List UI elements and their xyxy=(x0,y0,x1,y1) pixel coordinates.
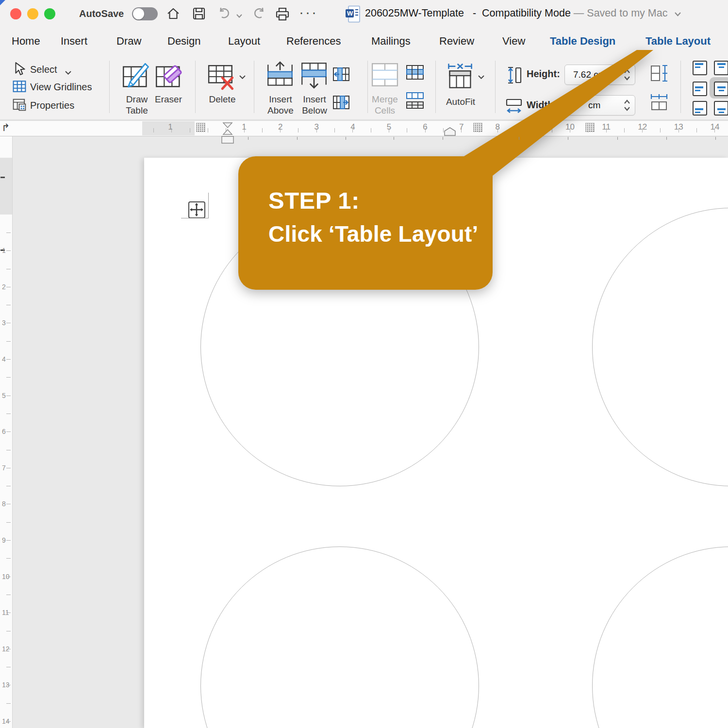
align-center-button[interactable] xyxy=(714,82,728,96)
ruler-number: 5 xyxy=(2,392,6,399)
height-field[interactable]: 7.62 cm xyxy=(564,65,635,85)
divider xyxy=(495,61,496,113)
right-indent-marker[interactable] xyxy=(443,127,457,138)
merge-cells-icon xyxy=(371,62,399,89)
autofit-button-label[interactable]: AutoFit xyxy=(439,96,482,107)
table-column-marker[interactable] xyxy=(196,123,205,132)
ruler-number: 4 xyxy=(2,355,6,363)
title-bar: AutoSave ··· W 206025MW-Template - Compa… xyxy=(0,0,728,28)
print-icon[interactable] xyxy=(275,7,290,23)
divider xyxy=(109,61,110,113)
horizontal-ruler[interactable]: 1 123456781011121314 xyxy=(0,120,728,136)
tab-table-layout[interactable]: Table Layout xyxy=(645,35,711,48)
width-stepper[interactable] xyxy=(623,98,631,113)
gridline-tick xyxy=(394,137,394,140)
table-move-handle[interactable] xyxy=(188,201,205,218)
more-commands-button[interactable]: ··· xyxy=(299,4,318,20)
left-indent-marker[interactable] xyxy=(221,135,234,146)
ruler-ticks xyxy=(6,232,11,728)
ruler-number: 11 xyxy=(602,122,611,132)
view-gridlines-button[interactable]: View Gridlines xyxy=(30,82,92,93)
tab-references[interactable]: References xyxy=(286,35,341,48)
draw-table-icon[interactable] xyxy=(121,62,151,94)
doc-name: 206025MW-Template xyxy=(365,7,464,19)
autofit-chevron-down-icon[interactable] xyxy=(478,73,485,82)
redo-icon[interactable] xyxy=(252,7,266,22)
insert-above-icon[interactable] xyxy=(264,61,296,93)
home-icon[interactable] xyxy=(166,7,180,22)
tab-mailings[interactable]: Mailings xyxy=(371,35,411,48)
ruler-number: 10 xyxy=(2,573,10,580)
select-chevron-down-icon[interactable] xyxy=(65,68,72,77)
distribute-rows-icon[interactable] xyxy=(649,64,669,85)
tab-insert[interactable]: Insert xyxy=(61,35,87,48)
insert-below-icon[interactable] xyxy=(298,61,330,93)
tab-stop-selector-icon[interactable]: ↱ xyxy=(1,122,10,133)
undo-chevron-icon[interactable] xyxy=(236,12,243,20)
width-field[interactable]: cm xyxy=(564,95,635,116)
close-window-button[interactable] xyxy=(10,8,21,19)
align-top-left-button[interactable] xyxy=(693,61,707,75)
ruler-number: 3 xyxy=(314,122,319,132)
gridline-tick xyxy=(715,137,716,140)
gridline-tick xyxy=(666,137,667,140)
callout-step-title: STEP 1: xyxy=(268,187,360,214)
tab-table-design[interactable]: Table Design xyxy=(550,35,615,48)
merge-cells-button-label: MergeCells xyxy=(363,94,407,116)
distribute-columns-icon[interactable] xyxy=(649,93,669,114)
split-table-icon[interactable] xyxy=(406,92,424,111)
eraser-icon[interactable] xyxy=(154,62,184,94)
insert-left-icon[interactable] xyxy=(332,66,350,84)
align-bottom-center-button[interactable] xyxy=(714,101,728,116)
row-marker[interactable] xyxy=(0,177,5,178)
ribbon-toolbar: Select View Gridlines Properties DrawTab… xyxy=(0,56,728,120)
ribbon-tab-bar: HomeInsertDrawDesignLayoutReferencesMail… xyxy=(0,28,728,56)
ruler-number: 7 xyxy=(2,464,6,472)
word-window: AutoSave ··· W 206025MW-Template - Compa… xyxy=(0,0,728,728)
ruler-number: 9 xyxy=(2,536,6,544)
align-center-left-button[interactable] xyxy=(693,82,707,96)
undo-icon[interactable] xyxy=(217,7,232,22)
width-value[interactable]: cm xyxy=(588,100,600,111)
height-stepper[interactable] xyxy=(623,67,631,82)
word-document-icon: W xyxy=(345,5,361,25)
align-bottom-left-button[interactable] xyxy=(693,101,707,116)
autofit-icon[interactable] xyxy=(446,62,475,93)
tab-draw[interactable]: Draw xyxy=(116,35,141,48)
tab-review[interactable]: Review xyxy=(439,35,474,48)
table-column-marker[interactable] xyxy=(473,123,482,132)
tab-home[interactable]: Home xyxy=(12,35,40,48)
save-icon[interactable] xyxy=(192,7,206,22)
autosave-toggle[interactable] xyxy=(132,7,158,20)
tab-layout[interactable]: Layout xyxy=(228,35,260,48)
tab-design[interactable]: Design xyxy=(167,35,200,48)
ruler-number: 12 xyxy=(2,645,10,653)
autosave-label: AutoSave xyxy=(79,8,124,19)
delete-chevron-down-icon[interactable] xyxy=(239,73,246,82)
ruler-number: 2 xyxy=(278,122,282,132)
ruler-number: 7 xyxy=(459,122,463,132)
properties-button[interactable]: Properties xyxy=(30,100,74,111)
table-column-marker[interactable] xyxy=(585,123,595,132)
document-title[interactable]: 206025MW-Template - Compatibility Mode —… xyxy=(365,7,681,19)
align-top-center-button[interactable] xyxy=(714,61,728,75)
tab-view[interactable]: View xyxy=(502,35,525,48)
eraser-button-label[interactable]: Eraser xyxy=(147,94,190,105)
ruler-corner: ↱ xyxy=(0,120,13,136)
minimize-window-button[interactable] xyxy=(27,8,38,19)
ruler-number: 8 xyxy=(2,500,6,508)
properties-icon xyxy=(13,98,26,114)
height-value[interactable]: 7.62 cm xyxy=(573,69,606,80)
zoom-window-button[interactable] xyxy=(44,8,55,19)
split-cells-icon[interactable] xyxy=(406,64,424,83)
insert-below-button-label[interactable]: InsertBelow xyxy=(293,94,336,116)
insert-right-icon[interactable] xyxy=(332,94,350,113)
select-button[interactable]: Select xyxy=(30,64,57,75)
vertical-ruler[interactable]: 1234567891011121314 xyxy=(0,136,13,728)
delete-table-icon[interactable] xyxy=(207,63,236,93)
ruler-number: 1 xyxy=(2,247,6,254)
title-chevron-down-icon xyxy=(674,12,681,17)
delete-button-label[interactable]: Delete xyxy=(200,94,244,105)
ruler-number: 13 xyxy=(674,122,683,132)
corner-artifact xyxy=(0,0,5,5)
